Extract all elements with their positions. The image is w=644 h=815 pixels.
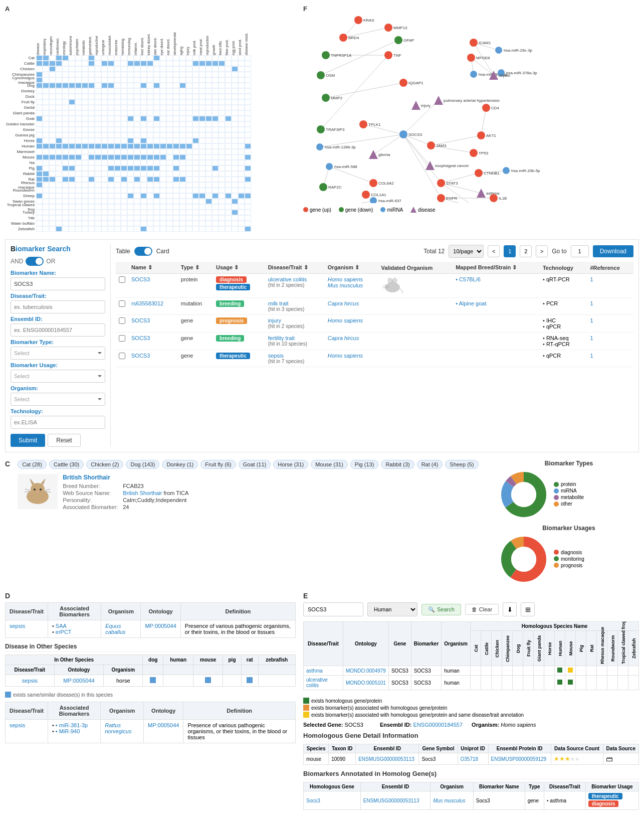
network-node[interactable]: KRAS	[354, 16, 374, 24]
download-button[interactable]: Download	[593, 245, 633, 257]
ontology-link[interactable]: MONDO:0004979	[346, 668, 386, 674]
network-node[interactable]: CD4	[482, 104, 500, 112]
next-page-btn[interactable]: >	[536, 245, 548, 257]
ref-link[interactable]: 1	[590, 317, 593, 323]
disease-link[interactable]: fertility trait	[268, 335, 295, 341]
network-node[interactable]: hsa-miR-20b-5p	[503, 167, 540, 174]
disease-link[interactable]: sepsis	[22, 678, 38, 684]
ontology-link[interactable]: MP:0005044	[145, 623, 176, 629]
ensembl-protein-link[interactable]: ENSMUSP00000059129	[491, 756, 547, 762]
usage-select[interactable]: Select	[11, 370, 105, 383]
animal-tag[interactable]: Cat (28)	[18, 460, 47, 469]
biomarker-name-link[interactable]: SOCS3	[131, 335, 150, 341]
network-node[interactable]: hsa-miR-1288-3p	[316, 143, 356, 150]
network-node[interactable]: hsa-miR-637	[370, 197, 401, 203]
network-node[interactable]: esophageal cancer	[425, 161, 469, 170]
biomarker-name-link[interactable]: rs635583012	[131, 300, 163, 306]
ensembl-link[interactable]: ENSMUSG00000053113	[363, 798, 419, 803]
breed-link[interactable]: • C57BL/6	[456, 276, 481, 282]
reset-button[interactable]: Reset	[48, 434, 80, 447]
col-disease[interactable]: Disease/Trait ⇕	[265, 262, 325, 274]
ref-link[interactable]: 1	[590, 335, 593, 341]
prev-page-btn[interactable]: <	[488, 245, 500, 257]
ontology-link[interactable]: MONDO:0005101	[346, 680, 386, 686]
ref-link[interactable]: 1	[590, 300, 593, 306]
animal-tag[interactable]: Rabbit (3)	[381, 460, 414, 469]
animal-tag[interactable]: Dog (143)	[126, 460, 159, 469]
uniprot-link[interactable]: O35718	[461, 756, 479, 762]
network-node[interactable]: TNFRSF1A	[322, 51, 352, 59]
disease-link[interactable]: asthma	[306, 668, 323, 674]
row-checkbox[interactable]	[119, 353, 125, 359]
e-gene-input[interactable]	[303, 602, 363, 616]
disease-link[interactable]: injury	[268, 317, 281, 323]
network-node[interactable]: AKT1	[477, 131, 497, 139]
ensembl-input[interactable]	[11, 323, 105, 337]
row-checkbox[interactable]	[119, 317, 125, 324]
disease-input[interactable]	[11, 300, 105, 313]
goto-input[interactable]	[571, 245, 589, 257]
network-node[interactable]: STAT3	[437, 179, 458, 187]
organism-select[interactable]: Select	[11, 393, 105, 406]
e-species-select[interactable]: Human	[367, 602, 417, 616]
ref-link[interactable]: 1	[590, 276, 593, 282]
network-node[interactable]: TNF	[384, 51, 401, 59]
network-node[interactable]: TPLK1	[359, 120, 381, 128]
col-breed[interactable]: Mapped Breed/Strain ⇕	[453, 262, 540, 274]
network-node[interactable]: JAM3	[427, 141, 447, 149]
network-node[interactable]: glioma	[369, 150, 390, 159]
network-node[interactable]: COL6A2	[369, 179, 394, 187]
col-type[interactable]: Type ⇕	[178, 262, 213, 274]
row-checkbox[interactable]	[119, 300, 125, 307]
network-node[interactable]: OSM	[317, 71, 335, 79]
animal-tag[interactable]: Rat (4)	[417, 460, 443, 469]
animal-tag[interactable]: Sheep (5)	[445, 460, 478, 469]
animal-tag[interactable]: Goat (11)	[239, 460, 271, 469]
animal-tag[interactable]: Pig (13)	[350, 460, 379, 469]
page-1-btn[interactable]: 1	[504, 245, 516, 257]
biomarker-name-link[interactable]: SOCS3	[131, 276, 150, 282]
network-node[interactable]: GFAP	[394, 36, 414, 44]
page-2-btn[interactable]: 2	[520, 245, 532, 257]
breed-link[interactable]: • Alpine goat	[456, 300, 486, 306]
col-usage[interactable]: Usage ⇕	[213, 262, 265, 274]
view-toggle[interactable]	[134, 247, 152, 256]
disease-link[interactable]: ulcerative colitis	[306, 677, 328, 688]
ensembl-id-value[interactable]: ENSG00000184557	[413, 722, 463, 728]
network-node[interactable]: pulmonary arterial hypertension	[434, 96, 500, 105]
row-checkbox[interactable]	[119, 276, 125, 283]
e-search-button[interactable]: 🔍 Search	[421, 604, 461, 615]
ontology-link[interactable]: MP:0005044	[148, 722, 179, 728]
logic-toggle[interactable]	[26, 257, 44, 266]
submit-button[interactable]: Submit	[11, 434, 45, 447]
biomarker-name-link[interactable]: SOCS3	[131, 353, 150, 359]
animal-tag[interactable]: Fruit fly (6)	[200, 460, 236, 469]
network-node[interactable]: RAP2C	[319, 183, 342, 191]
animal-tag[interactable]: Horse (31)	[273, 460, 308, 469]
disease-link[interactable]: sepsis	[268, 353, 284, 359]
network-node[interactable]: MMP13	[384, 24, 407, 32]
network-node[interactable]: IQGAP1	[399, 79, 423, 87]
disease-link[interactable]: sepsis	[10, 722, 25, 728]
gene-link[interactable]: Socs3	[306, 798, 320, 803]
network-node[interactable]: injury	[411, 101, 431, 110]
animal-tag[interactable]: Chicken (2)	[86, 460, 123, 469]
ontology-link[interactable]: MP:0005044	[63, 678, 94, 684]
col-name[interactable]: Name ⇕	[128, 262, 178, 274]
technology-input[interactable]	[11, 416, 105, 429]
data-source-icon[interactable]: 🗃	[606, 755, 613, 763]
e-icon-btn-1[interactable]: ⬇	[503, 602, 517, 616]
disease-link[interactable]: ulcerative colitis	[268, 276, 307, 282]
animal-tags[interactable]: Cat (28)Cattle (30)Chicken (2)Dog (143)D…	[18, 460, 491, 469]
e-icon-btn-2[interactable]: ⊞	[521, 602, 535, 616]
disease-link[interactable]: milk trait	[268, 300, 289, 306]
animal-tag[interactable]: Cattle (30)	[49, 460, 84, 469]
network-node[interactable]: CTNNB1	[475, 169, 500, 177]
network-node[interactable]: EGFR	[437, 194, 457, 202]
disease-link[interactable]: sepsis	[10, 623, 25, 629]
ref-link[interactable]: 1	[590, 353, 593, 359]
network-node[interactable]: TRAF3IP3	[317, 125, 345, 133]
name-input[interactable]	[11, 277, 105, 290]
type-select[interactable]: Select	[11, 347, 105, 360]
network-node[interactable]: hsa-miR-588	[326, 163, 357, 170]
